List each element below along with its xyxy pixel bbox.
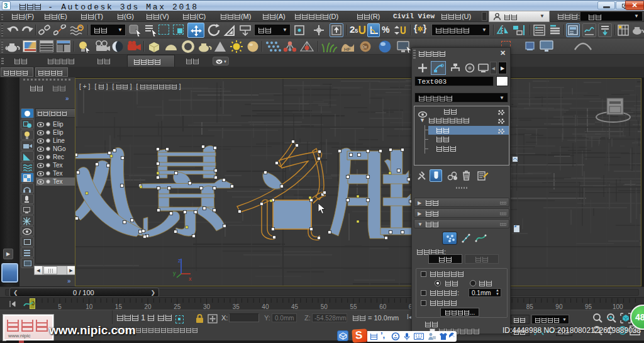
svg-text:z: z <box>178 257 181 264</box>
svg-text:y: y <box>173 270 176 276</box>
svg-text:HF: HF <box>344 47 351 52</box>
svg-text:x: x <box>189 276 192 282</box>
svg-text:0x: 0x <box>362 45 367 49</box>
